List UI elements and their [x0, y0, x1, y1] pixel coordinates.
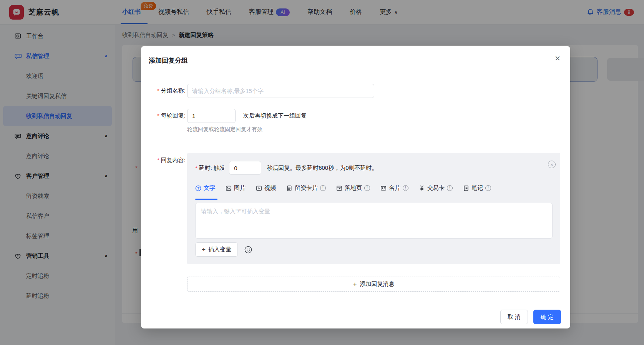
- group-name-input[interactable]: [187, 84, 374, 98]
- remove-message-icon[interactable]: ×: [548, 161, 556, 168]
- required-mark: *: [157, 87, 159, 94]
- cancel-button[interactable]: 取 消: [500, 310, 528, 324]
- message-type-tabs: 文字 图片 视频 留资卡片 ! 落地页 !: [195, 184, 491, 192]
- close-icon[interactable]: ×: [555, 54, 560, 63]
- per-round-hint: 轮流回复或轮流固定回复才有效: [187, 126, 262, 133]
- info-icon[interactable]: !: [485, 185, 491, 191]
- lead-card-icon: [286, 185, 292, 191]
- per-round-label: *每轮回复:: [149, 112, 186, 119]
- note-icon: [463, 185, 469, 191]
- delay-suffix: 秒后回复。最多延时600秒，为0则不延时。: [267, 164, 377, 172]
- delay-label: 延时: 触发: [199, 164, 225, 172]
- per-round-input[interactable]: [187, 109, 236, 123]
- reply-text-editor[interactable]: [195, 203, 553, 239]
- reply-content-label: *回复内容:: [149, 157, 186, 164]
- group-name-label: *分组名称:: [149, 87, 186, 95]
- tab-text[interactable]: 文字: [195, 184, 215, 192]
- video-icon: [256, 185, 262, 191]
- app-window: 芝麻云帆 小红书免费 视频号私信 快手私信 客服管理 AI 帮助文档 价格 更多…: [0, 0, 644, 345]
- required-mark: *: [157, 112, 159, 119]
- add-reply-message-button[interactable]: + 添加回复消息: [187, 277, 560, 292]
- info-icon[interactable]: !: [447, 185, 453, 191]
- tab-note[interactable]: 笔记 !: [463, 184, 491, 192]
- confirm-button[interactable]: 确 定: [533, 310, 561, 324]
- plus-icon: +: [202, 246, 206, 254]
- dialog-footer: 取 消 确 定: [500, 310, 561, 324]
- tab-business-card[interactable]: 名片 !: [380, 184, 408, 192]
- emoji-icon[interactable]: [244, 245, 252, 254]
- tab-video[interactable]: 视频: [256, 184, 276, 192]
- image-icon: [226, 185, 232, 191]
- business-card-icon: [380, 185, 387, 191]
- tab-image[interactable]: 图片: [226, 184, 246, 192]
- tab-landing-page[interactable]: 落地页 !: [336, 184, 370, 192]
- add-reply-group-dialog: 添加回复分组 × *分组名称: *每轮回复: 次后再切换成下一组回复 轮流回复或…: [141, 46, 570, 328]
- text-icon: [195, 185, 201, 191]
- trade-card-icon: [419, 185, 425, 191]
- info-icon[interactable]: !: [403, 185, 408, 191]
- editor-toolbar: + 插入变量: [195, 242, 252, 257]
- per-round-suffix: 次后再切换成下一组回复: [243, 112, 307, 119]
- landing-page-icon: [336, 185, 342, 191]
- required-mark: *: [157, 157, 159, 163]
- tab-lead-card[interactable]: 留资卡片 !: [286, 184, 326, 192]
- tab-trade-card[interactable]: 交易卡 !: [419, 184, 453, 192]
- reply-message-card: * 延时: 触发 秒后回复。最多延时600秒，为0则不延时。 × 文字 图片 视…: [187, 153, 560, 264]
- info-icon[interactable]: !: [364, 185, 370, 191]
- dialog-title: 添加回复分组: [149, 56, 188, 65]
- required-mark: *: [195, 165, 198, 171]
- delay-row: * 延时: 触发 秒后回复。最多延时600秒，为0则不延时。: [195, 161, 378, 175]
- delay-seconds-input[interactable]: [229, 161, 261, 175]
- insert-variable-button[interactable]: + 插入变量: [195, 242, 238, 257]
- plus-icon: +: [353, 280, 357, 288]
- info-icon[interactable]: !: [320, 185, 326, 191]
